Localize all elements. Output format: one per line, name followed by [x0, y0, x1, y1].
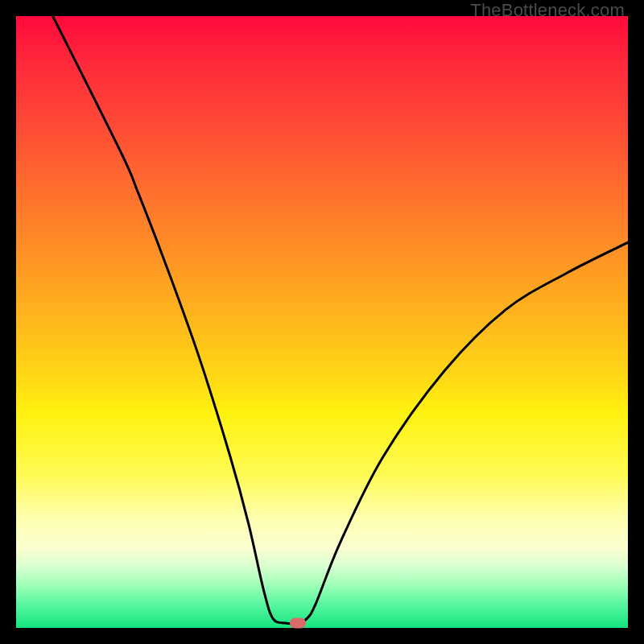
watermark-text: TheBottleneck.com	[470, 0, 625, 21]
chart-frame: TheBottleneck.com	[0, 0, 644, 644]
gradient-plot-area	[16, 16, 628, 628]
optimal-point-marker	[290, 617, 306, 628]
